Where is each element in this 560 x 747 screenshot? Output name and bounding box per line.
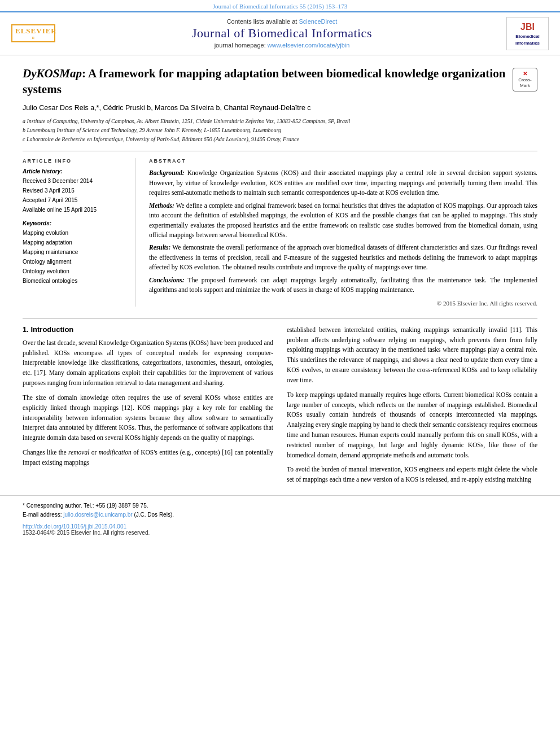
article-history-label: Article history: — [23, 168, 127, 174]
authors: Julio Cesar Dos Reis a,*, Cédric Pruski … — [23, 103, 537, 113]
conclusions-text: The proposed framework can adapt mapping… — [149, 277, 537, 293]
affiliation-a: a Institute of Computing, University of … — [23, 117, 537, 126]
date-accepted: Accepted 7 April 2015 — [23, 195, 127, 205]
jbi-logo: JBI Biomedical Informatics — [506, 17, 549, 50]
date-received: Received 3 December 2014 — [23, 176, 127, 186]
doi-section: http://dx.doi.org/10.1016/j.jbi.2015.04.… — [0, 522, 560, 538]
top-bar: Journal of Biomedical Informatics 55 (20… — [0, 0, 560, 11]
methods-label: Methods: — [149, 202, 174, 209]
keyword-5: Ontology evolution — [23, 267, 127, 276]
keyword-1: Mapping evolution — [23, 228, 127, 238]
intro-right-para-2: To keep mappings updated manually requir… — [287, 390, 537, 461]
two-col-section: Article Info Article history: Received 3… — [23, 151, 537, 307]
article-title: DyKOSMap: A framework for mapping adapta… — [23, 65, 507, 98]
abstract-methods: Methods: We define a complete and origin… — [149, 201, 537, 241]
left-col: Article Info Article history: Received 3… — [23, 158, 135, 307]
right-col: Abstract Background: Knowledge Organizat… — [149, 158, 537, 307]
article-section: DyKOSMap: A framework for mapping adapta… — [0, 55, 560, 311]
results-text: We demonstrate the overall performance o… — [149, 244, 537, 270]
sciencedirect-link[interactable]: ScienceDirect — [299, 18, 337, 25]
elsevier-wordmark: ELSEVIER — [15, 27, 51, 36]
article-info-heading: Article Info — [23, 158, 127, 164]
journal-title: Journal of Biomedical Informatics — [63, 26, 501, 41]
body-left: 1. Introduction Over the last decade, se… — [23, 325, 273, 490]
email-label: E-mail address: — [23, 512, 63, 518]
email-address[interactable]: julio.dosreis@ic.unicamp.br — [63, 512, 132, 518]
abstract-conclusions: Conclusions: The proposed framework can … — [149, 276, 537, 295]
keyword-2: Mapping adaptation — [23, 238, 127, 247]
elsevier-logo: ELSEVIER R — [11, 24, 58, 42]
footnote-email-line: E-mail address: julio.dosreis@ic.unicamp… — [23, 510, 537, 519]
date-available: Available online 15 April 2015 — [23, 205, 127, 215]
abstract-background: Background: Knowledge Organization Syste… — [149, 168, 537, 198]
keywords-list: Mapping evolution Mapping adaptation Map… — [23, 228, 127, 286]
crossmark-badge: ✕ Cross-Mark — [513, 68, 537, 91]
keyword-3: Mapping maintenance — [23, 247, 127, 257]
keyword-4: Ontology alignment — [23, 257, 127, 267]
homepage-line: journal homepage: www.elsevier.com/locat… — [63, 42, 501, 49]
results-label: Results: — [149, 244, 170, 251]
existing-word: existing — [42, 459, 62, 466]
journal-center-info: Contents lists available at ScienceDirec… — [63, 18, 501, 49]
affiliations: a Institute of Computing, University of … — [23, 117, 537, 144]
section-divider — [23, 318, 537, 318]
title-italic: DyKOSMap — [23, 67, 82, 80]
elsevier-sub: R — [15, 36, 51, 40]
date-revised: Revised 3 April 2015 — [23, 186, 127, 195]
footnote-corresponding: * Corresponding author. Tel.: +55 (19) 3… — [23, 501, 537, 510]
jbi-logo-box: JBI Biomedical Informatics — [506, 17, 549, 50]
body-section: 1. Introduction Over the last decade, se… — [0, 325, 560, 490]
journal-reference: Journal of Biomedical Informatics 55 (20… — [213, 3, 347, 10]
email-suffix: (J.C. Dos Reis). — [133, 512, 174, 518]
intro-right-para-3: To avoid the burden of manual interventi… — [287, 465, 537, 485]
methods-text: We define a complete and original framew… — [149, 202, 537, 238]
intro-para-2: The size of domain knowledge often requi… — [23, 393, 273, 443]
article-title-row: DyKOSMap: A framework for mapping adapta… — [23, 65, 537, 98]
keyword-6: Biomedical ontologies — [23, 276, 127, 286]
title-normal: : A framework for mapping adaptation bet… — [23, 67, 505, 96]
homepage-link[interactable]: www.elsevier.com/locate/yjbin — [268, 42, 350, 49]
abstract-heading: Abstract — [149, 158, 537, 164]
contents-label: Contents lists available at — [227, 18, 298, 25]
intro-para-1: Over the last decade, several Knowledge … — [23, 338, 273, 388]
intro-right-para-1: established between interrelated entitie… — [287, 325, 537, 386]
body-right: established between interrelated entitie… — [287, 325, 537, 490]
intro-section-title: 1. Introduction — [23, 325, 273, 334]
affiliation-c: c Laboratoire de Recherche en Informatiq… — [23, 135, 537, 144]
affiliation-b: b Luxembourg Institute of Science and Te… — [23, 126, 537, 135]
copyright-line: © 2015 Elsevier Inc. All rights reserved… — [149, 300, 537, 307]
background-text: Knowledge Organization Systems (KOS) and… — [149, 169, 537, 196]
homepage-label: journal homepage: — [215, 42, 268, 49]
doi-link[interactable]: http://dx.doi.org/10.1016/j.jbi.2015.04.… — [23, 523, 537, 530]
journal-header: ELSEVIER R Contents lists available at S… — [0, 11, 560, 55]
abstract-results: Results: We demonstrate the overall perf… — [149, 243, 537, 272]
contents-line: Contents lists available at ScienceDirec… — [63, 18, 501, 25]
article-dates: Received 3 December 2014 Revised 3 April… — [23, 176, 127, 215]
keywords-label: Keywords: — [23, 220, 127, 226]
background-label: Background: — [149, 169, 185, 176]
issn-line: 1532-0464/© 2015 Elsevier Inc. All right… — [23, 530, 537, 536]
intro-para-3: Changes like the removal or modification… — [23, 448, 273, 468]
footnote-section: * Corresponding author. Tel.: +55 (19) 3… — [0, 495, 560, 522]
conclusions-label: Conclusions: — [149, 277, 185, 283]
